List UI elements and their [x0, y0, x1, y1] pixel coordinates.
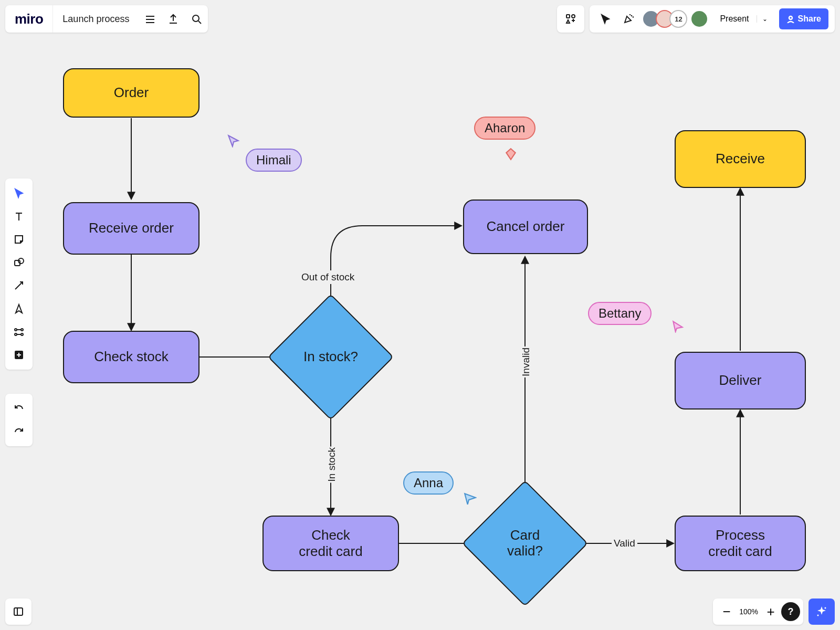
- zoom-in-button[interactable]: +: [760, 601, 781, 622]
- node-label: Cancel order: [487, 218, 565, 235]
- node-label: In stock?: [303, 349, 358, 365]
- share-label: Share: [798, 14, 821, 24]
- edge-label-out-of-stock: Out of stock: [299, 270, 356, 284]
- help-button[interactable]: ?: [781, 602, 800, 621]
- apps-button[interactable]: [561, 9, 580, 28]
- tool-sticky[interactable]: [5, 228, 33, 251]
- plus-icon: [13, 349, 25, 361]
- header: miro Launch process: [5, 5, 208, 33]
- confetti-icon: [623, 13, 634, 25]
- tag-anna: Anna: [403, 471, 454, 495]
- redo-icon: [13, 426, 25, 437]
- node-check-credit-card[interactable]: Check credit card: [262, 516, 399, 571]
- node-cancel-order[interactable]: Cancel order: [463, 200, 588, 254]
- export-icon: [167, 13, 179, 25]
- undo-icon: [13, 403, 25, 414]
- tool-more[interactable]: [5, 343, 33, 366]
- collab-group: 12 Present ⌄ Share: [590, 5, 835, 33]
- zoom-level[interactable]: 100%: [737, 607, 760, 616]
- svg-point-15: [15, 329, 17, 331]
- tool-select[interactable]: [5, 182, 33, 205]
- node-process-credit-card[interactable]: Process credit card: [675, 516, 806, 571]
- node-label: Check credit card: [299, 527, 362, 560]
- board-title[interactable]: Launch process: [53, 14, 139, 25]
- canvas[interactable]: Order Receive order Check stock In stock…: [0, 0, 840, 630]
- svg-rect-20: [14, 608, 23, 615]
- bottom-right-cluster: − 100% + ?: [713, 598, 835, 625]
- svg-point-16: [21, 329, 23, 331]
- node-label: Check stock: [94, 349, 169, 365]
- cursor-himali: [227, 134, 240, 150]
- apps-group: [557, 5, 584, 33]
- person-icon: [786, 15, 795, 23]
- node-in-stock-decision[interactable]: In stock?: [286, 312, 375, 402]
- hamburger-icon: [144, 13, 156, 25]
- reactions-button[interactable]: [619, 9, 638, 28]
- tool-frame[interactable]: [5, 320, 33, 343]
- edge-label-invalid: Invalid: [518, 346, 534, 377]
- undo-redo-toolbar: [5, 394, 33, 446]
- node-check-stock[interactable]: Check stock: [63, 331, 200, 383]
- search-icon: [191, 13, 202, 25]
- svg-point-18: [21, 333, 23, 335]
- share-button[interactable]: Share: [779, 8, 828, 29]
- present-label: Present: [720, 14, 749, 24]
- node-label: Receive: [716, 151, 765, 167]
- sidebar-icon: [13, 606, 24, 617]
- apps-icon: [565, 13, 576, 25]
- ai-assist-button[interactable]: [808, 598, 835, 625]
- avatar-self[interactable]: [690, 10, 708, 28]
- search-button[interactable]: [185, 5, 208, 33]
- redo-button[interactable]: [5, 420, 33, 443]
- cursor-anna: [463, 492, 477, 508]
- node-label: Order: [114, 85, 149, 101]
- svg-point-9: [193, 15, 199, 22]
- svg-point-12: [789, 16, 792, 19]
- select-icon: [13, 187, 25, 199]
- edge-label-in-stock: In stock: [324, 446, 340, 482]
- edge-label-valid: Valid: [612, 537, 637, 550]
- node-receive[interactable]: Receive: [675, 130, 806, 188]
- pen-icon: [13, 303, 25, 314]
- svg-point-17: [15, 333, 17, 335]
- toolbar: [5, 178, 33, 370]
- cursor-mode-button[interactable]: [596, 9, 615, 28]
- sticky-note-icon: [13, 234, 25, 245]
- export-button[interactable]: [162, 5, 185, 33]
- tool-text[interactable]: [5, 205, 33, 228]
- zoom-control: − 100% + ?: [713, 598, 803, 625]
- main-menu-button[interactable]: [139, 5, 162, 33]
- avatars[interactable]: 12: [642, 10, 708, 28]
- node-card-valid-decision[interactable]: Card valid?: [480, 499, 570, 588]
- node-deliver[interactable]: Deliver: [675, 352, 806, 410]
- avatar-overflow[interactable]: 12: [669, 10, 687, 28]
- panel-toggle-button[interactable]: [5, 598, 32, 625]
- chevron-down-icon[interactable]: ⌄: [757, 15, 768, 23]
- node-label: Receive order: [89, 220, 174, 236]
- svg-rect-10: [566, 15, 570, 18]
- miro-logo[interactable]: miro: [5, 5, 53, 33]
- sparkle-icon: [815, 605, 828, 618]
- frame-icon: [13, 326, 25, 338]
- tool-shape[interactable]: [5, 251, 33, 274]
- svg-point-22: [817, 615, 819, 616]
- svg-point-21: [825, 607, 826, 609]
- svg-point-11: [572, 15, 575, 18]
- tag-bettany: Bettany: [588, 302, 652, 325]
- text-icon: [13, 211, 25, 222]
- node-order[interactable]: Order: [63, 68, 200, 118]
- arrow-icon: [13, 280, 25, 291]
- shapes-icon: [13, 257, 25, 268]
- cursor-dark-icon: [600, 13, 611, 25]
- undo-button[interactable]: [5, 397, 33, 420]
- node-receive-order[interactable]: Receive order: [63, 202, 200, 255]
- tag-aharon: Aharon: [474, 117, 536, 140]
- tool-pen[interactable]: [5, 297, 33, 320]
- present-button[interactable]: Present ⌄: [712, 8, 774, 29]
- tool-connector[interactable]: [5, 274, 33, 297]
- top-right-cluster: 12 Present ⌄ Share: [557, 5, 835, 33]
- zoom-out-button[interactable]: −: [716, 601, 737, 622]
- node-label: Process credit card: [708, 527, 772, 560]
- tag-himali: Himali: [246, 149, 302, 172]
- node-label: Card valid?: [507, 528, 543, 559]
